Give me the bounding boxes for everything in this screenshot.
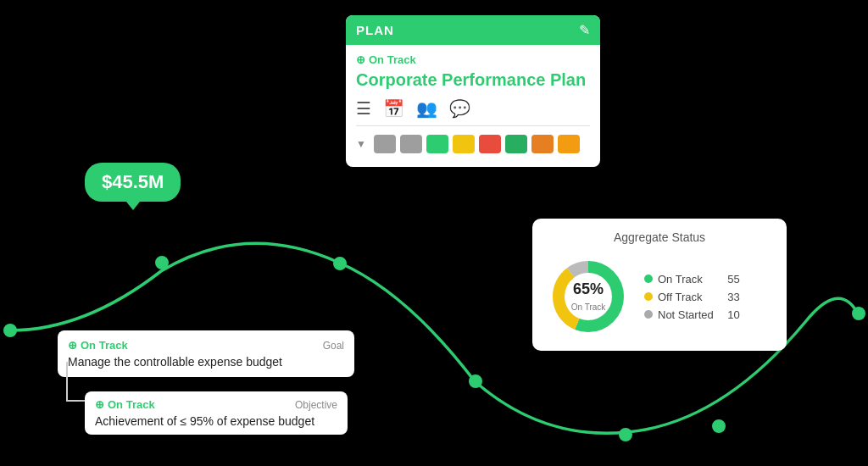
edit-icon[interactable]: ✎ (579, 22, 590, 38)
list-icon[interactable]: ☰ (356, 98, 371, 119)
money-bubble: $45.5M (85, 163, 181, 202)
objective-description: Achievement of ≤ 95% of expense budget (95, 414, 337, 428)
plan-card: PLAN ✎ ⊕ On Track Corporate Performance … (346, 15, 600, 167)
legend-label-off-track: Off Track (658, 291, 703, 303)
goal-card-header: ⊕ On Track Goal (68, 339, 344, 352)
legend-count-off-track: 33 (719, 291, 740, 303)
donut-chart: 65% On Track (546, 254, 631, 339)
objective-type-label: Objective (295, 399, 337, 411)
aggregate-title: Aggregate Status (546, 230, 773, 244)
plan-card-toolbar: ☰ 📅 👥 💬 (356, 98, 590, 119)
goal-status-label: On Track (81, 339, 128, 352)
calendar-icon[interactable]: 📅 (383, 98, 404, 119)
timeline-node-2 (155, 256, 169, 269)
on-track-icon: ⊕ (356, 53, 365, 66)
timeline-node-4 (469, 374, 482, 388)
legend-label-on-track: On Track (658, 273, 703, 286)
goal-status-icon: ⊕ (68, 339, 77, 352)
color-option-gray1[interactable] (374, 135, 396, 153)
objective-connector-horizontal (66, 400, 85, 402)
donut-label: On Track (571, 302, 606, 312)
comment-icon[interactable]: 💬 (449, 98, 470, 119)
aggregate-content: 65% On Track On Track 55 Off Track 33 No… (546, 254, 773, 339)
objective-status-label: On Track (108, 398, 155, 411)
goal-status-badge: ⊕ On Track (68, 339, 128, 352)
divider (356, 125, 590, 126)
team-icon[interactable]: 👥 (416, 98, 437, 119)
color-option-orange[interactable] (531, 135, 554, 153)
color-option-yellow[interactable] (453, 135, 475, 153)
plan-card-body: ⊕ On Track Corporate Performance Plan ☰ … (346, 45, 600, 167)
dropdown-arrow-icon: ▼ (356, 138, 366, 150)
legend-item-not-started: Not Started 10 (644, 308, 740, 321)
aggregate-status-card: Aggregate Status 65% On Track (532, 219, 787, 351)
timeline-node-6 (712, 419, 726, 433)
color-option-green[interactable] (426, 135, 448, 153)
objective-card-header: ⊕ On Track Objective (95, 398, 337, 411)
legend-count-on-track: 55 (719, 273, 740, 286)
plan-card-header: PLAN ✎ (346, 15, 600, 45)
on-track-label: On Track (369, 53, 416, 66)
timeline-node-7 (852, 307, 865, 320)
objective-status-badge: ⊕ On Track (95, 398, 155, 411)
color-option-gray2[interactable] (400, 135, 422, 153)
legend-label-not-started: Not Started (658, 308, 714, 321)
timeline-node-1 (3, 324, 17, 337)
aggregate-legend: On Track 55 Off Track 33 Not Started 10 (644, 273, 740, 321)
color-option-amber[interactable] (558, 135, 580, 153)
timeline-node-3 (333, 257, 347, 270)
objective-status-icon: ⊕ (95, 398, 104, 411)
money-value: $45.5M (102, 171, 164, 192)
objective-connector-vertical (66, 362, 68, 401)
goal-description: Manage the controllable expense budget (68, 355, 344, 369)
legend-dot-on-track (644, 275, 653, 283)
color-picker[interactable]: ▼ (356, 131, 590, 157)
plan-card-name: Corporate Performance Plan (356, 69, 590, 90)
donut-center: 65% On Track (571, 280, 606, 313)
plan-on-track-status: ⊕ On Track (356, 53, 590, 66)
legend-count-not-started: 10 (719, 308, 740, 321)
color-option-dark-green[interactable] (505, 135, 527, 153)
legend-dot-not-started (644, 310, 653, 319)
legend-item-on-track: On Track 55 (644, 273, 740, 286)
goal-type-label: Goal (323, 340, 344, 352)
legend-item-off-track: Off Track 33 (644, 291, 740, 303)
goal-card: ⊕ On Track Goal Manage the controllable … (58, 330, 354, 377)
objective-card: ⊕ On Track Objective Achievement of ≤ 95… (85, 391, 348, 435)
timeline-node-5 (619, 428, 632, 441)
plan-card-title: PLAN (356, 23, 394, 37)
legend-dot-off-track (644, 292, 653, 301)
donut-percent: 65% (571, 280, 606, 298)
color-option-red[interactable] (479, 135, 501, 153)
